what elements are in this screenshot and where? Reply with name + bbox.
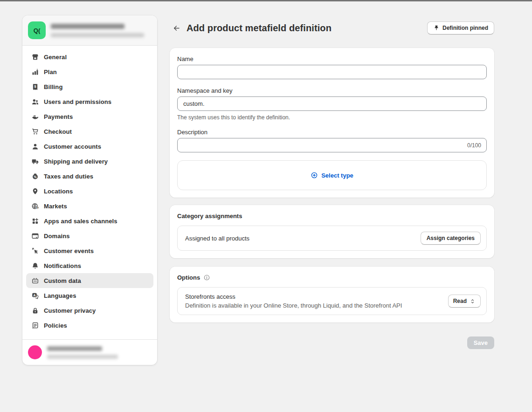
notifications-icon xyxy=(31,261,39,270)
sidebar-item-domains[interactable]: Domains xyxy=(26,228,153,243)
sidebar-item-customer-privacy[interactable]: Customer privacy xyxy=(26,303,153,318)
sidebar-item-apps-and-sales-channels[interactable]: Apps and sales channels xyxy=(26,213,153,228)
save-row: Save xyxy=(170,336,494,349)
sidebar-item-notifications[interactable]: Notifications xyxy=(26,258,153,273)
languages-icon xyxy=(31,291,39,300)
category-status-text: Assigned to all products xyxy=(185,235,249,242)
definition-form-card: Name Namespace and key The system uses t… xyxy=(170,48,494,198)
store-header[interactable]: Q( xyxy=(22,15,157,46)
sidebar-item-plan[interactable]: Plan xyxy=(26,64,153,79)
sidebar-item-label: Domains xyxy=(44,233,70,240)
user-footer[interactable] xyxy=(22,339,157,365)
users-icon xyxy=(31,97,39,106)
storefronts-access-title: Storefronts access xyxy=(185,293,402,300)
sidebar-item-billing[interactable]: Billing xyxy=(26,79,153,94)
namespace-help-text: The system uses this to identify the def… xyxy=(177,114,487,121)
page-title: Add product metafield definition xyxy=(187,23,332,34)
sidebar-item-languages[interactable]: Languages xyxy=(26,288,153,303)
sidebar-item-customer-accounts[interactable]: Customer accounts xyxy=(26,139,153,154)
storefronts-access-select[interactable]: Read xyxy=(448,295,481,308)
sidebar-item-label: Notifications xyxy=(44,262,81,269)
save-button[interactable]: Save xyxy=(467,336,494,349)
pin-icon xyxy=(433,25,440,31)
storefronts-access-row: Storefronts access Definition is availab… xyxy=(177,287,487,315)
name-input[interactable] xyxy=(177,65,487,79)
sidebar-item-label: Taxes and duties xyxy=(44,173,93,180)
sidebar-nav: General Plan Billing Users and permissio… xyxy=(22,46,157,339)
info-icon[interactable] xyxy=(203,274,210,281)
billing-icon xyxy=(31,82,39,91)
description-input[interactable] xyxy=(177,138,487,152)
select-type-label: Select type xyxy=(321,172,353,179)
storefronts-access-description: Definition is available in your Online S… xyxy=(185,302,402,309)
store-domain-redacted xyxy=(51,33,144,37)
custom-data-icon xyxy=(31,276,39,285)
user-avatar xyxy=(28,345,42,359)
sidebar-item-taxes-and-duties[interactable]: Taxes and duties xyxy=(26,169,153,184)
sidebar-item-label: Billing xyxy=(44,83,62,90)
updown-icon xyxy=(470,298,476,304)
assign-categories-button[interactable]: Assign categories xyxy=(421,232,481,245)
sidebar-item-label: Custom data xyxy=(44,277,81,284)
sidebar-item-policies[interactable]: Policies xyxy=(26,318,153,333)
sidebar-item-label: General xyxy=(44,54,67,61)
sidebar-item-label: Plan xyxy=(44,69,57,76)
sidebar-item-general[interactable]: General xyxy=(26,49,153,64)
policies-icon xyxy=(31,321,39,330)
privacy-icon xyxy=(31,306,39,315)
window-top-strip xyxy=(0,0,532,1)
plus-circle-icon xyxy=(311,172,318,179)
select-type-button[interactable]: Select type xyxy=(177,160,487,190)
locations-icon xyxy=(31,187,39,195)
sidebar-item-markets[interactable]: Markets xyxy=(26,199,153,213)
page-header: Add product metafield definition Definit… xyxy=(170,20,494,36)
sidebar-item-customer-events[interactable]: Customer events xyxy=(26,243,153,258)
sidebar-item-payments[interactable]: Payments xyxy=(26,109,153,124)
store-identity xyxy=(51,24,144,37)
sidebar-item-label: Checkout xyxy=(44,128,72,135)
checkout-icon xyxy=(31,127,39,136)
sidebar-item-label: Customer privacy xyxy=(44,307,96,314)
main-content: Add product metafield definition Definit… xyxy=(170,15,494,349)
name-label: Name xyxy=(177,55,487,62)
settings-sidebar: Q( General Plan Billing Users and permis… xyxy=(22,15,157,365)
sidebar-item-checkout[interactable]: Checkout xyxy=(26,124,153,139)
namespace-field-group: Namespace and key The system uses this t… xyxy=(177,87,487,121)
options-heading: Options xyxy=(177,274,200,281)
customer-accounts-icon xyxy=(31,142,39,151)
store-name-redacted xyxy=(51,24,124,29)
taxes-icon xyxy=(31,172,39,180)
domains-icon xyxy=(31,232,39,240)
sidebar-item-custom-data[interactable]: Custom data xyxy=(26,273,153,288)
user-name-redacted xyxy=(47,346,102,351)
sidebar-item-label: Languages xyxy=(44,292,76,299)
sidebar-item-label: Markets xyxy=(44,203,67,210)
customer-events-icon xyxy=(31,247,39,255)
definition-pinned-button[interactable]: Definition pinned xyxy=(427,21,494,34)
back-arrow-icon xyxy=(173,24,180,32)
sidebar-item-label: Customer accounts xyxy=(44,143,101,150)
store-avatar: Q( xyxy=(28,21,46,39)
sidebar-item-label: Customer events xyxy=(44,247,94,254)
description-field-group: Description 0/100 xyxy=(177,129,487,152)
sidebar-item-users-and-permissions[interactable]: Users and permissions xyxy=(26,94,153,109)
options-card: Options Storefronts access Definition is… xyxy=(170,267,494,323)
category-assignment-row: Assigned to all products Assign categori… xyxy=(177,226,487,251)
user-identity xyxy=(47,346,118,359)
payments-icon xyxy=(31,112,39,121)
user-email-redacted xyxy=(47,355,118,359)
sidebar-item-shipping-and-delivery[interactable]: Shipping and delivery xyxy=(26,154,153,169)
sidebar-item-label: Shipping and delivery xyxy=(44,158,108,165)
sidebar-item-label: Users and permissions xyxy=(44,98,111,105)
plan-icon xyxy=(31,68,39,76)
sidebar-item-label: Payments xyxy=(44,113,73,120)
namespace-label: Namespace and key xyxy=(177,87,487,94)
store-icon xyxy=(31,53,39,61)
shipping-icon xyxy=(31,157,39,165)
back-button[interactable] xyxy=(170,21,183,34)
sidebar-item-label: Apps and sales channels xyxy=(44,218,117,225)
sidebar-item-locations[interactable]: Locations xyxy=(26,184,153,199)
apps-icon xyxy=(31,217,39,225)
description-label: Description xyxy=(177,129,487,136)
namespace-key-input[interactable] xyxy=(177,96,487,111)
